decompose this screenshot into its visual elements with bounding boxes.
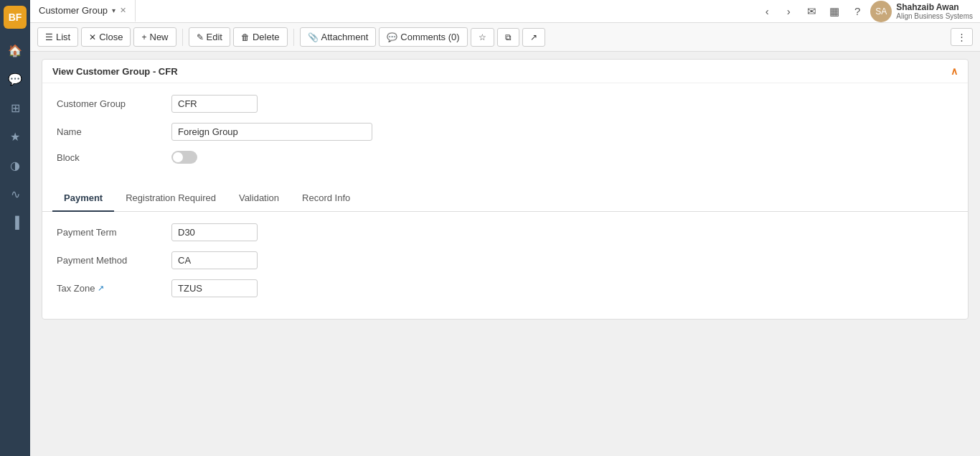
payment-method-label: Payment Method <box>57 255 171 266</box>
toolbar: ☰ List ✕ Close + New ✎ Edit 🗑 Delete 📎 A… <box>30 23 980 52</box>
nav-prev-button[interactable]: ‹ <box>757 1 777 22</box>
tab-validation[interactable]: Validation <box>227 185 291 212</box>
help-icon[interactable]: ? <box>847 1 867 22</box>
tab-registration[interactable]: Registration Required <box>114 185 227 212</box>
delete-label: Delete <box>253 32 280 42</box>
tax-zone-input[interactable] <box>171 279 258 297</box>
new-button[interactable]: + New <box>133 27 176 47</box>
trash-icon: 🗑 <box>241 32 250 42</box>
sidebar-icon-star[interactable]: ★ <box>2 124 28 149</box>
customer-group-row: Customer Group <box>57 95 953 113</box>
toolbar-separator <box>182 29 183 46</box>
chart-icon[interactable]: ▦ <box>824 1 844 22</box>
sidebar-icon-home[interactable]: 🏠 <box>2 37 28 63</box>
sidebar-icon-reports[interactable]: ◑ <box>2 152 28 178</box>
app-logo[interactable]: BF <box>4 6 27 29</box>
share-button[interactable]: ↗ <box>522 28 545 47</box>
sidebar: BF 🏠 💬 ⊞ ★ ◑ ∿ ▐ <box>0 0 30 456</box>
avatar: SA <box>870 1 892 22</box>
comments-button[interactable]: 💬 Comments (0) <box>379 27 467 47</box>
edit-button[interactable]: ✎ Edit <box>189 27 230 47</box>
user-badge[interactable]: SA Shahzaib Awan Align Business Systems <box>870 1 973 22</box>
user-company: Align Business Systems <box>896 12 973 20</box>
payment-term-label: Payment Term <box>57 227 171 238</box>
user-name: Shahzaib Awan <box>896 2 973 12</box>
customer-group-label: Customer Group <box>57 98 171 109</box>
close-icon: ✕ <box>89 32 96 42</box>
tab-customer-group[interactable]: Customer Group ▾ ✕ <box>30 0 136 22</box>
main-area: Customer Group ▾ ✕ ‹ › ✉ ▦ ? SA Shahzaib… <box>30 0 980 456</box>
form-title: View Customer Group - CFR <box>52 66 178 77</box>
sidebar-icon-grid[interactable]: ⊞ <box>2 95 28 121</box>
tabs-bar: Payment Registration Required Validation… <box>42 185 968 212</box>
user-info: Shahzaib Awan Align Business Systems <box>896 2 973 20</box>
tab-label: Customer Group <box>39 5 108 16</box>
list-button[interactable]: ☰ List <box>37 27 78 47</box>
edit-icon: ✎ <box>197 32 204 42</box>
more-options-button[interactable]: ⋮ <box>951 28 973 46</box>
name-field <box>171 123 458 141</box>
sidebar-icon-pulse[interactable]: ∿ <box>2 181 28 207</box>
tab-close-icon[interactable]: ✕ <box>120 6 126 15</box>
comments-label: Comments (0) <box>400 32 459 42</box>
tab-content-payment: Payment Term Payment Method Tax Zone ↗ <box>42 212 968 319</box>
attachment-icon: 📎 <box>308 32 319 42</box>
tab-dropdown-icon[interactable]: ▾ <box>112 6 116 14</box>
tax-zone-field <box>171 279 458 297</box>
edit-label: Edit <box>207 32 222 42</box>
list-label: List <box>56 32 70 42</box>
block-row: Block <box>57 151 953 164</box>
block-field <box>171 151 458 164</box>
attachment-label: Attachment <box>321 32 369 42</box>
tax-zone-row: Tax Zone ↗ <box>57 279 953 297</box>
sidebar-icon-chat[interactable]: 💬 <box>2 66 28 92</box>
form-card-header: View Customer Group - CFR ∧ <box>42 60 968 83</box>
payment-term-input[interactable] <box>171 223 258 241</box>
tax-zone-label: Tax Zone ↗ <box>57 283 171 294</box>
comments-icon: 💬 <box>387 32 397 42</box>
form-body: Customer Group Name Block <box>42 83 968 185</box>
payment-term-field <box>171 223 458 241</box>
form-card: View Customer Group - CFR ∧ Customer Gro… <box>42 59 969 320</box>
copy-button[interactable]: ⧉ <box>497 28 519 47</box>
name-label: Name <box>57 126 171 137</box>
form-area: View Customer Group - CFR ∧ Customer Gro… <box>30 52 980 456</box>
nav-arrows: ‹ › <box>757 1 798 22</box>
payment-method-row: Payment Method <box>57 251 953 269</box>
toolbar-right: ⋮ <box>951 28 973 46</box>
close-label: Close <box>99 32 123 42</box>
list-icon: ☰ <box>45 32 53 42</box>
payment-method-field <box>171 251 458 269</box>
new-label: New <box>150 32 169 42</box>
tab-record-info[interactable]: Record Info <box>291 185 362 212</box>
top-right-controls: ‹ › ✉ ▦ ? SA Shahzaib Awan Align Busines… <box>757 1 980 22</box>
payment-method-input[interactable] <box>171 251 258 269</box>
block-label: Block <box>57 152 171 163</box>
tab-bar: Customer Group ▾ ✕ ‹ › ✉ ▦ ? SA Shahzaib… <box>30 0 980 23</box>
attachment-button[interactable]: 📎 Attachment <box>300 27 377 47</box>
block-toggle[interactable] <box>171 151 197 164</box>
name-row: Name <box>57 123 953 141</box>
copy-icon: ⧉ <box>505 32 512 42</box>
nav-next-button[interactable]: › <box>778 1 798 22</box>
sidebar-icon-bar-chart[interactable]: ▐ <box>2 210 28 236</box>
block-toggle-wrap <box>171 151 458 164</box>
collapse-icon[interactable]: ∧ <box>951 65 958 77</box>
toolbar-separator-2 <box>293 29 294 46</box>
tax-zone-external-link-icon[interactable]: ↗ <box>98 284 104 293</box>
tab-payment[interactable]: Payment <box>52 185 114 212</box>
customer-group-field <box>171 95 458 113</box>
star-button[interactable]: ☆ <box>471 28 494 47</box>
name-input[interactable] <box>171 123 372 141</box>
payment-term-row: Payment Term <box>57 223 953 241</box>
plus-icon: + <box>141 32 146 42</box>
star-icon: ☆ <box>479 32 486 42</box>
delete-button[interactable]: 🗑 Delete <box>233 27 288 47</box>
customer-group-input[interactable] <box>171 95 258 113</box>
mail-icon[interactable]: ✉ <box>801 1 821 22</box>
share-icon: ↗ <box>530 32 537 42</box>
close-button[interactable]: ✕ Close <box>81 27 131 47</box>
